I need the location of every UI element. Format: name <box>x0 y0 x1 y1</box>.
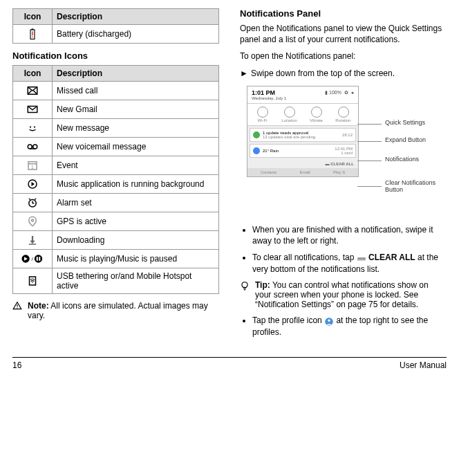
page-footer: 16 User Manual <box>12 357 447 370</box>
cell-desc: New Gmail <box>53 100 219 119</box>
table-row: Missed call <box>13 82 219 100</box>
svg-point-28 <box>35 255 42 262</box>
table-row: New Gmail <box>13 100 219 119</box>
svg-rect-36 <box>357 257 366 259</box>
table-row: New message <box>13 119 219 138</box>
note-block: Note: All icons are simulated. Actual im… <box>12 301 219 320</box>
cell-desc: New voicemail message <box>53 138 219 156</box>
svg-rect-1 <box>32 29 34 30</box>
table-row: New voicemail message <box>13 138 219 156</box>
cell-desc: USB tethering or/and Mobile Hotspot acti… <box>53 268 219 294</box>
col-header-icon: Icon <box>13 9 53 25</box>
table-row: Music application is running background <box>13 175 219 194</box>
col-header-description: Description <box>53 9 219 25</box>
event-icon: 1 <box>13 156 53 175</box>
footer-label: User Manual <box>400 360 447 370</box>
svg-rect-2 <box>32 31 32 35</box>
music-running-icon <box>13 175 53 194</box>
table-row: 1 Event <box>13 156 219 175</box>
warning-triangle-icon <box>12 301 22 313</box>
page-number: 16 <box>12 360 21 370</box>
new-message-icon <box>13 119 53 138</box>
cell-desc: Music is playing/Music is paused <box>53 250 219 268</box>
svg-point-6 <box>30 126 31 127</box>
clear-all-label: CLEAR ALL <box>366 253 415 262</box>
profile-icon <box>324 315 334 327</box>
tip-label: Tip: <box>255 280 270 290</box>
table-row: Alarm set <box>13 194 219 212</box>
arrow-right-icon: ► <box>240 68 248 78</box>
table-row: GPS is active <box>13 212 219 231</box>
svg-point-32 <box>32 282 33 284</box>
gps-active-icon <box>13 212 53 231</box>
table-row: Battery (discharged) <box>13 25 219 44</box>
svg-rect-3 <box>32 37 32 38</box>
bullet-item: Tap the profile icon at the top right to… <box>252 315 447 338</box>
svg-point-41 <box>328 319 330 322</box>
downloading-icon <box>13 231 53 250</box>
svg-rect-29 <box>37 257 38 261</box>
svg-text:1: 1 <box>31 165 34 170</box>
step-item: ►Swipe down from the top of the screen. <box>240 68 447 79</box>
cell-desc: Alarm set <box>53 194 219 212</box>
svg-line-19 <box>29 199 30 200</box>
paragraph: Open the Notifications panel to view the… <box>240 23 447 45</box>
svg-marker-23 <box>30 241 35 244</box>
new-gmail-icon <box>13 100 53 119</box>
svg-point-35 <box>17 307 17 308</box>
paragraph: To open the Notifications panel: <box>240 51 447 62</box>
svg-point-8 <box>28 145 32 149</box>
callout-notifications: Notifications <box>385 156 419 163</box>
note-text: All icons are simulated. Actual images m… <box>28 301 208 320</box>
svg-marker-15 <box>32 182 35 186</box>
svg-line-20 <box>35 199 36 200</box>
col-header-description: Description <box>53 66 219 82</box>
notifications-panel-heading: Notifications Panel <box>240 8 447 19</box>
notification-icons-heading: Notification Icons <box>12 51 219 61</box>
battery-discharged-icon <box>13 25 53 44</box>
music-play-pause-icon: / <box>13 250 53 268</box>
callout-clear-notifications: Clear Notifications Button <box>385 179 440 193</box>
table-row: / Music is playing/Music is paused <box>13 250 219 268</box>
cell-desc: Event <box>53 156 219 175</box>
svg-point-7 <box>34 126 35 127</box>
table-row: Downloading <box>13 231 219 250</box>
battery-discharged-desc: Battery (discharged) <box>53 25 219 44</box>
cell-desc: GPS is active <box>53 212 219 231</box>
svg-rect-30 <box>39 257 40 261</box>
svg-point-21 <box>32 219 34 221</box>
svg-point-9 <box>33 145 37 149</box>
bullet-item: To clear all notifications, tap CLEAR AL… <box>252 252 447 275</box>
notifications-panel-figure: 1:01 PM Wednesday, July 1 ▮ 100% ✿ ● Wi-… <box>247 86 440 217</box>
figure-date: Wednesday, July 1 <box>252 96 354 100</box>
bullet-item: When you are finished with a notificatio… <box>252 224 447 246</box>
alarm-set-icon <box>13 194 53 212</box>
cell-desc: Downloading <box>53 231 219 250</box>
svg-rect-37 <box>357 259 366 260</box>
tip-text: You can control what notifications show … <box>255 280 429 309</box>
tip-block: Tip: You can control what notifications … <box>240 280 447 309</box>
col-header-icon: Icon <box>13 66 53 82</box>
battery-discharged-table: Icon Description Battery (discharged) <box>12 8 219 44</box>
new-voicemail-icon <box>13 138 53 156</box>
notification-icons-table: Icon Description Missed call New Gmail N… <box>12 65 219 294</box>
clear-all-bar-icon <box>357 253 366 264</box>
callout-quick-settings: Quick Settings <box>385 119 425 126</box>
usb-tethering-icon <box>13 268 53 294</box>
svg-text:/: / <box>32 256 34 262</box>
cell-desc: Missed call <box>53 82 219 100</box>
cell-desc: New message <box>53 119 219 138</box>
missed-call-icon <box>13 82 53 100</box>
note-label: Note: <box>28 301 49 311</box>
lightbulb-icon <box>240 280 250 293</box>
callout-expand-button: Expand Button <box>385 136 426 143</box>
table-row: USB tethering or/and Mobile Hotspot acti… <box>13 268 219 294</box>
cell-desc: Music application is running background <box>53 175 219 194</box>
